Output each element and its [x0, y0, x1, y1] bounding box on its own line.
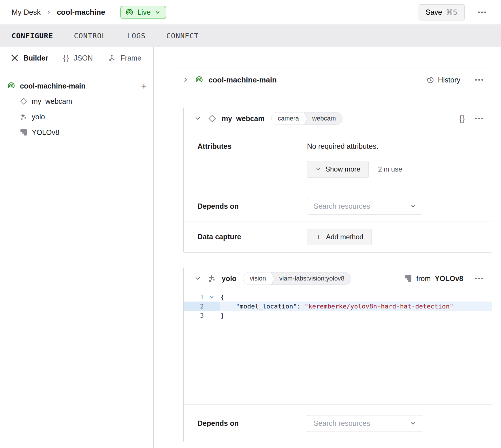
chevron-down-icon — [195, 275, 201, 282]
part-menu-button[interactable] — [473, 77, 485, 83]
code-line: 3 } — [184, 311, 492, 320]
line-number: 1 — [184, 293, 204, 301]
data-capture-section: Data capture Add method — [184, 221, 492, 252]
tools-icon — [11, 54, 19, 62]
tab-control[interactable]: CONTROL — [74, 32, 106, 40]
depends-on-label: Depends on — [197, 419, 307, 428]
yolo-depends-section: Depends on Search resources — [184, 404, 492, 442]
braces-icon: { } — [63, 54, 69, 63]
from-module-name: YOLOv8 — [435, 274, 463, 283]
tab-logs[interactable]: LOGS — [127, 32, 146, 40]
live-chevron-down-icon — [155, 10, 161, 15]
machine-status-dropdown[interactable]: Live — [120, 6, 166, 19]
ellipsis-icon — [475, 78, 483, 81]
add-method-button[interactable]: Add method — [307, 229, 372, 245]
resource-card-my-webcam: my_webcam camera webcam { } — [183, 107, 492, 253]
view-toggle: Builder { } JSON Frame — [0, 47, 153, 69]
breadcrumb-chevron-icon — [46, 10, 52, 15]
webcam-collapse-button[interactable] — [193, 114, 202, 123]
add-resource-button[interactable]: + — [141, 81, 147, 91]
yolo-menu-button[interactable] — [473, 275, 485, 282]
tab-connect[interactable]: CONNECT — [166, 32, 199, 40]
webcam-card-header: my_webcam camera webcam { } — [184, 107, 492, 130]
machine-part-card: cool-machine-main History — [172, 69, 492, 91]
chevron-down-icon — [410, 420, 416, 427]
code-line: 1 { — [184, 292, 492, 302]
machine-part-icon — [195, 76, 203, 84]
service-sparkles-icon — [208, 274, 216, 283]
history-button[interactable]: History — [426, 76, 460, 84]
resource-card-yolo: yolo vision viam-labs:vision:yolov8 — [183, 267, 492, 442]
nested-resources: my_webcam camera webcam { } — [172, 91, 501, 448]
yolo-card-header: yolo vision viam-labs:vision:yolov8 — [184, 267, 492, 290]
show-more-label: Show more — [325, 165, 360, 173]
badge-type: camera — [272, 112, 304, 125]
code-text: { — [220, 293, 224, 301]
live-label: Live — [138, 8, 151, 16]
machine-part-icon — [7, 82, 15, 90]
tree-item-machine-part[interactable]: cool-machine-main + — [7, 78, 147, 93]
ellipsis-icon — [475, 277, 483, 280]
view-frame[interactable]: Frame — [108, 54, 141, 62]
history-label: History — [438, 76, 460, 84]
tree-item-yolo[interactable]: yolo — [7, 109, 147, 125]
depends-placeholder: Search resources — [314, 419, 370, 428]
main-tab-bar: CONFIGURE CONTROL LOGS CONNECT — [0, 25, 501, 47]
tree-item-label: yolo — [32, 113, 45, 121]
attributes-label: Attributes — [197, 142, 307, 178]
breadcrumb-root-link[interactable]: My Desk — [12, 8, 41, 17]
view-json[interactable]: { } JSON — [63, 54, 93, 63]
tree-item-my-webcam[interactable]: my_webcam — [7, 93, 147, 109]
badge-separator — [304, 112, 308, 125]
yolo-type-badge: vision viam-labs:vision:yolov8 — [243, 272, 351, 285]
history-clock-icon — [426, 76, 434, 84]
code-fold-icon[interactable] — [204, 295, 220, 299]
attributes-in-use-count: 2 in use — [378, 165, 402, 173]
attributes-empty-text: No required attributes. — [307, 142, 402, 150]
tree-item-label: YOLOv8 — [32, 128, 59, 137]
show-more-button[interactable]: Show more — [307, 161, 369, 178]
yolo-title: yolo — [222, 274, 236, 283]
webcam-json-button[interactable]: { } — [457, 112, 467, 125]
line-number: 3 — [184, 312, 204, 319]
code-text: "model_location": "keremberke/yolov8n-ha… — [220, 303, 453, 310]
depends-placeholder: Search resources — [314, 202, 370, 210]
plus-icon — [315, 234, 322, 240]
save-button[interactable]: Save ⌘S — [419, 4, 465, 20]
sidebar: Builder { } JSON Frame — [0, 47, 154, 448]
breadcrumb-current: cool-machine — [57, 8, 105, 17]
module-icon — [20, 128, 28, 136]
badge-type: vision — [243, 272, 270, 285]
view-frame-label: Frame — [120, 54, 141, 62]
breadcrumb: My Desk cool-machine — [12, 8, 105, 17]
chevron-right-icon — [182, 77, 189, 83]
tree-item-yolov8-module[interactable]: YOLOv8 — [7, 125, 147, 140]
add-method-label: Add method — [326, 233, 363, 241]
module-icon — [404, 274, 412, 283]
view-json-label: JSON — [74, 54, 93, 62]
top-bar: My Desk cool-machine Live Save ⌘S — [0, 0, 501, 25]
topbar-menu-button[interactable] — [476, 9, 488, 16]
webcam-title: my_webcam — [222, 114, 265, 123]
webcam-depends-select[interactable]: Search resources — [307, 198, 422, 214]
part-expand-button[interactable] — [181, 76, 190, 84]
yolo-collapse-button[interactable] — [193, 274, 202, 283]
tab-configure[interactable]: CONFIGURE — [12, 32, 53, 40]
data-capture-label: Data capture — [197, 233, 307, 241]
code-line-active: 2 "model_location": "keremberke/yolov8n-… — [184, 302, 492, 311]
webcam-menu-button[interactable] — [473, 115, 485, 122]
from-label: from — [416, 274, 431, 283]
frame-axes-icon — [108, 54, 116, 62]
from-module-group: from YOLOv8 — [404, 274, 463, 283]
chevron-down-icon — [410, 203, 416, 209]
attributes-json-editor[interactable]: 1 { 2 "model_location": "keremberke — [184, 290, 492, 404]
attributes-section: Attributes No required attributes. Show … — [184, 130, 492, 191]
view-builder[interactable]: Builder — [11, 54, 48, 62]
resource-tree: cool-machine-main + my_webcam — [0, 69, 153, 140]
webcam-type-badge: camera webcam — [271, 112, 342, 125]
component-diamond-icon — [20, 97, 28, 105]
yolo-depends-select[interactable]: Search resources — [307, 415, 422, 432]
part-title: cool-machine-main — [208, 76, 277, 84]
line-number: 2 — [184, 303, 204, 310]
live-broadcast-icon — [125, 8, 133, 16]
